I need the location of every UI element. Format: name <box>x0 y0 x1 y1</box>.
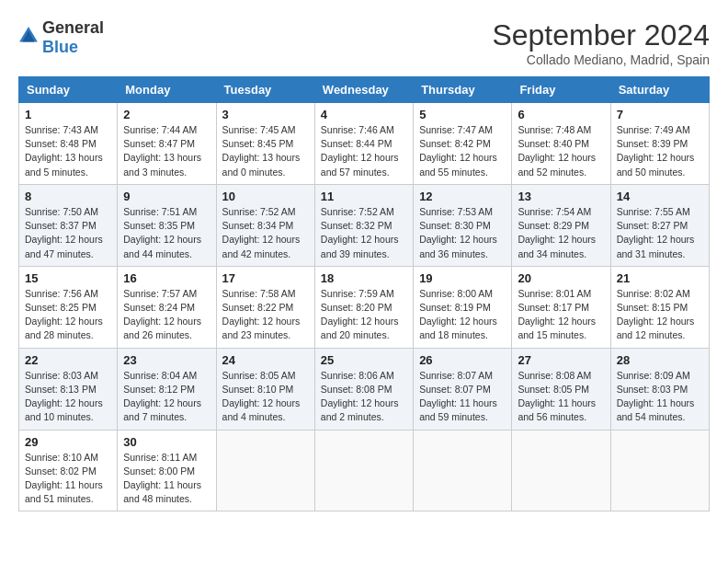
day-number: 19 <box>419 271 506 285</box>
calendar-cell: 8Sunrise: 7:50 AMSunset: 8:37 PMDaylight… <box>19 184 118 266</box>
calendar-cell: 26Sunrise: 8:07 AMSunset: 8:07 PMDayligh… <box>414 348 512 430</box>
header-monday: Monday <box>118 77 216 103</box>
calendar-cell: 24Sunrise: 8:05 AMSunset: 8:10 PMDayligh… <box>216 348 314 430</box>
day-info: Sunrise: 7:58 AMSunset: 8:22 PMDaylight:… <box>222 287 309 343</box>
calendar-week-row: 15Sunrise: 7:56 AMSunset: 8:25 PMDayligh… <box>19 266 710 348</box>
calendar-cell: 7Sunrise: 7:49 AMSunset: 8:39 PMDaylight… <box>610 103 709 185</box>
day-info: Sunrise: 8:09 AMSunset: 8:03 PMDaylight:… <box>617 369 703 425</box>
header-friday: Friday <box>512 77 610 103</box>
calendar-week-row: 1Sunrise: 7:43 AMSunset: 8:48 PMDaylight… <box>19 103 710 185</box>
calendar-cell <box>414 430 512 511</box>
day-info: Sunrise: 7:56 AMSunset: 8:25 PMDaylight:… <box>25 287 111 343</box>
calendar-cell: 15Sunrise: 7:56 AMSunset: 8:25 PMDayligh… <box>19 266 118 348</box>
day-info: Sunrise: 7:55 AMSunset: 8:27 PMDaylight:… <box>617 205 703 261</box>
calendar-cell: 14Sunrise: 7:55 AMSunset: 8:27 PMDayligh… <box>610 184 709 266</box>
calendar-cell <box>610 430 709 511</box>
calendar-table: SundayMondayTuesdayWednesdayThursdayFrid… <box>18 76 710 511</box>
header-tuesday: Tuesday <box>216 77 314 103</box>
calendar-cell: 11Sunrise: 7:52 AMSunset: 8:32 PMDayligh… <box>314 184 413 266</box>
day-number: 7 <box>617 108 703 121</box>
calendar-week-row: 22Sunrise: 8:03 AMSunset: 8:13 PMDayligh… <box>19 348 710 430</box>
day-number: 22 <box>25 353 111 367</box>
day-info: Sunrise: 7:53 AMSunset: 8:30 PMDaylight:… <box>419 205 506 261</box>
day-info: Sunrise: 8:05 AMSunset: 8:10 PMDaylight:… <box>222 369 309 425</box>
calendar-cell: 18Sunrise: 7:59 AMSunset: 8:20 PMDayligh… <box>314 266 413 348</box>
calendar-cell: 29Sunrise: 8:10 AMSunset: 8:02 PMDayligh… <box>19 430 118 511</box>
day-number: 16 <box>123 271 210 285</box>
day-info: Sunrise: 7:52 AMSunset: 8:34 PMDaylight:… <box>222 205 309 261</box>
day-number: 3 <box>222 108 309 121</box>
calendar-cell <box>216 430 314 511</box>
calendar-cell: 3Sunrise: 7:45 AMSunset: 8:45 PMDaylight… <box>216 103 314 185</box>
calendar-cell: 16Sunrise: 7:57 AMSunset: 8:24 PMDayligh… <box>118 266 216 348</box>
day-number: 21 <box>617 271 703 285</box>
calendar-cell: 9Sunrise: 7:51 AMSunset: 8:35 PMDaylight… <box>118 184 216 266</box>
header-sunday: Sunday <box>19 77 118 103</box>
page-header: General Blue September 2024 Collado Medi… <box>18 18 710 67</box>
calendar-cell: 2Sunrise: 7:44 AMSunset: 8:47 PMDaylight… <box>118 103 216 185</box>
day-number: 23 <box>123 353 210 367</box>
day-info: Sunrise: 8:01 AMSunset: 8:17 PMDaylight:… <box>518 287 604 343</box>
calendar-cell: 19Sunrise: 8:00 AMSunset: 8:19 PMDayligh… <box>414 266 512 348</box>
day-info: Sunrise: 7:50 AMSunset: 8:37 PMDaylight:… <box>25 205 111 261</box>
calendar-cell: 17Sunrise: 7:58 AMSunset: 8:22 PMDayligh… <box>216 266 314 348</box>
day-info: Sunrise: 8:08 AMSunset: 8:05 PMDaylight:… <box>518 369 604 425</box>
day-number: 9 <box>123 190 210 203</box>
calendar-cell: 21Sunrise: 8:02 AMSunset: 8:15 PMDayligh… <box>610 266 709 348</box>
day-number: 29 <box>25 435 111 449</box>
day-number: 28 <box>617 353 703 367</box>
day-info: Sunrise: 7:45 AMSunset: 8:45 PMDaylight:… <box>222 123 309 179</box>
day-info: Sunrise: 7:54 AMSunset: 8:29 PMDaylight:… <box>518 205 604 261</box>
calendar-cell: 28Sunrise: 8:09 AMSunset: 8:03 PMDayligh… <box>610 348 709 430</box>
day-number: 6 <box>518 108 604 121</box>
logo-text: General Blue <box>42 18 104 57</box>
day-info: Sunrise: 7:57 AMSunset: 8:24 PMDaylight:… <box>123 287 210 343</box>
day-number: 18 <box>321 271 407 285</box>
day-info: Sunrise: 8:10 AMSunset: 8:02 PMDaylight:… <box>25 451 111 507</box>
day-info: Sunrise: 7:46 AMSunset: 8:44 PMDaylight:… <box>321 123 407 179</box>
calendar-cell: 25Sunrise: 8:06 AMSunset: 8:08 PMDayligh… <box>314 348 413 430</box>
title-block: September 2024 Collado Mediano, Madrid, … <box>492 18 710 67</box>
header-wednesday: Wednesday <box>314 77 413 103</box>
day-info: Sunrise: 8:11 AMSunset: 8:00 PMDaylight:… <box>123 451 210 507</box>
calendar-cell: 23Sunrise: 8:04 AMSunset: 8:12 PMDayligh… <box>118 348 216 430</box>
day-info: Sunrise: 7:44 AMSunset: 8:47 PMDaylight:… <box>123 123 210 179</box>
day-number: 20 <box>518 271 604 285</box>
calendar-cell: 22Sunrise: 8:03 AMSunset: 8:13 PMDayligh… <box>19 348 118 430</box>
day-info: Sunrise: 7:59 AMSunset: 8:20 PMDaylight:… <box>321 287 407 343</box>
day-info: Sunrise: 8:04 AMSunset: 8:12 PMDaylight:… <box>123 369 210 425</box>
logo: General Blue <box>18 18 104 57</box>
day-info: Sunrise: 7:49 AMSunset: 8:39 PMDaylight:… <box>617 123 703 179</box>
calendar-cell: 13Sunrise: 7:54 AMSunset: 8:29 PMDayligh… <box>512 184 610 266</box>
day-info: Sunrise: 8:07 AMSunset: 8:07 PMDaylight:… <box>419 369 506 425</box>
logo-graphic <box>18 26 39 50</box>
day-info: Sunrise: 8:02 AMSunset: 8:15 PMDaylight:… <box>617 287 703 343</box>
day-number: 27 <box>518 353 604 367</box>
calendar-cell: 1Sunrise: 7:43 AMSunset: 8:48 PMDaylight… <box>19 103 118 185</box>
day-number: 5 <box>419 108 506 121</box>
day-number: 13 <box>518 190 604 203</box>
day-number: 14 <box>617 190 703 203</box>
day-number: 4 <box>321 108 407 121</box>
day-number: 12 <box>419 190 506 203</box>
day-info: Sunrise: 8:03 AMSunset: 8:13 PMDaylight:… <box>25 369 111 425</box>
calendar-header-row: SundayMondayTuesdayWednesdayThursdayFrid… <box>19 77 710 103</box>
day-number: 2 <box>123 108 210 121</box>
calendar-cell: 6Sunrise: 7:48 AMSunset: 8:40 PMDaylight… <box>512 103 610 185</box>
calendar-cell <box>314 430 413 511</box>
calendar-week-row: 29Sunrise: 8:10 AMSunset: 8:02 PMDayligh… <box>19 430 710 511</box>
day-number: 17 <box>222 271 309 285</box>
location: Collado Mediano, Madrid, Spain <box>492 52 710 67</box>
calendar-week-row: 8Sunrise: 7:50 AMSunset: 8:37 PMDaylight… <box>19 184 710 266</box>
calendar-cell: 4Sunrise: 7:46 AMSunset: 8:44 PMDaylight… <box>314 103 413 185</box>
day-number: 10 <box>222 190 309 203</box>
day-number: 24 <box>222 353 309 367</box>
day-number: 30 <box>123 435 210 449</box>
day-number: 11 <box>321 190 407 203</box>
day-number: 25 <box>321 353 407 367</box>
calendar-cell: 30Sunrise: 8:11 AMSunset: 8:00 PMDayligh… <box>118 430 216 511</box>
day-number: 8 <box>25 190 111 203</box>
calendar-cell: 20Sunrise: 8:01 AMSunset: 8:17 PMDayligh… <box>512 266 610 348</box>
day-info: Sunrise: 8:00 AMSunset: 8:19 PMDaylight:… <box>419 287 506 343</box>
header-saturday: Saturday <box>610 77 709 103</box>
